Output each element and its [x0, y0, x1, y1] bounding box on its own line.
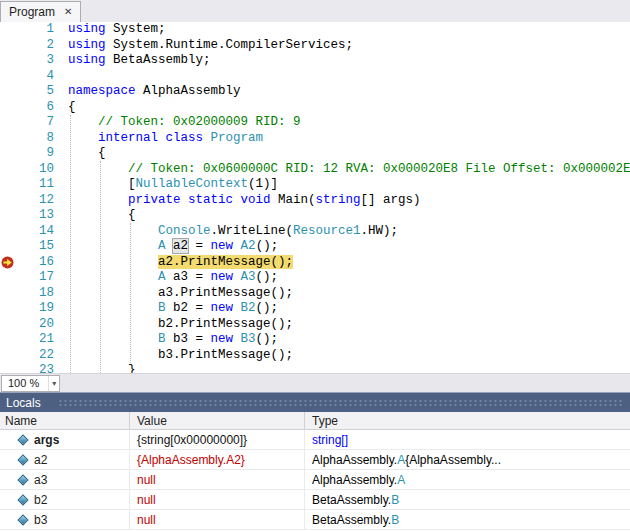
- breakpoint-margin[interactable]: [0, 286, 18, 302]
- code-line: 11 [NullableContext(1)]: [0, 177, 630, 193]
- breakpoint-margin[interactable]: [0, 69, 18, 85]
- code-text[interactable]: {: [54, 146, 106, 162]
- line-number: 14: [18, 224, 54, 240]
- code-line: 23 }: [0, 363, 630, 373]
- variable-value: {AlphaAssembly.A2}: [130, 450, 305, 469]
- code-text[interactable]: b2.PrintMessage();: [54, 317, 293, 333]
- breakpoint-margin[interactable]: [0, 22, 18, 38]
- breakpoint-margin[interactable]: [0, 270, 18, 286]
- breakpoint-margin[interactable]: [0, 100, 18, 116]
- locals-panel: Locals Name Value Type args{string[0x000…: [0, 392, 630, 531]
- breakpoint-margin[interactable]: [0, 162, 18, 178]
- code-text[interactable]: B b3 = new B3();: [54, 332, 278, 348]
- code-text[interactable]: b3.PrintMessage();: [54, 348, 293, 364]
- chevron-down-icon[interactable]: ▾: [48, 376, 59, 391]
- line-number: 9: [18, 146, 54, 162]
- code-line: 19 B b2 = new B2();: [0, 301, 630, 317]
- document-tab-program[interactable]: Program ✕: [0, 1, 81, 22]
- line-number: 4: [18, 69, 54, 85]
- code-line: 12 private static void Main(string[] arg…: [0, 193, 630, 209]
- locals-title: Locals: [6, 396, 41, 410]
- code-text[interactable]: using System.Runtime.CompilerServices;: [54, 38, 353, 54]
- variable-type: string[]: [305, 430, 630, 449]
- variable-type: AlphaAssembly.A {AlphaAssembly...: [305, 450, 630, 469]
- column-header-name[interactable]: Name: [0, 412, 130, 429]
- code-text[interactable]: a2.PrintMessage();: [54, 255, 293, 271]
- code-text[interactable]: [NullableContext(1)]: [54, 177, 278, 193]
- line-number: 3: [18, 53, 54, 69]
- breakpoint-margin[interactable]: [0, 317, 18, 333]
- line-number: 21: [18, 332, 54, 348]
- locals-row[interactable]: b3nullBetaAssembly.B: [0, 510, 630, 530]
- locals-row[interactable]: a3nullAlphaAssembly.A: [0, 470, 630, 490]
- line-number: 15: [18, 239, 54, 255]
- code-text[interactable]: using System;: [54, 22, 166, 38]
- code-text[interactable]: {: [54, 100, 76, 116]
- code-line: 20 b2.PrintMessage();: [0, 317, 630, 333]
- code-text[interactable]: internal class Program: [54, 131, 263, 147]
- line-number: 23: [18, 363, 54, 373]
- column-header-type[interactable]: Type: [305, 412, 630, 429]
- code-text[interactable]: A a2 = new A2();: [54, 239, 278, 255]
- locals-title-bar[interactable]: Locals: [0, 393, 630, 412]
- code-text[interactable]: B b2 = new B2();: [54, 301, 278, 317]
- breakpoint-margin[interactable]: [0, 224, 18, 240]
- code-line: 15 A a2 = new A2();: [0, 239, 630, 255]
- variable-name: a2: [34, 453, 47, 467]
- variable-name-cell: b3: [0, 510, 130, 529]
- code-text[interactable]: // Token: 0x02000009 RID: 9: [54, 115, 301, 131]
- breakpoint-margin[interactable]: [0, 53, 18, 69]
- code-text[interactable]: Console.WriteLine(Resource1.HW);: [54, 224, 398, 240]
- locals-row[interactable]: b2nullBetaAssembly.B: [0, 490, 630, 510]
- breakpoint-margin[interactable]: [0, 115, 18, 131]
- tab-close-icon[interactable]: ✕: [64, 7, 72, 17]
- variable-name: args: [34, 433, 59, 447]
- breakpoint-margin[interactable]: [0, 131, 18, 147]
- breakpoint-margin[interactable]: [0, 193, 18, 209]
- zoom-value: 100 %: [2, 376, 48, 391]
- code-line: 13 {: [0, 208, 630, 224]
- code-text[interactable]: A a3 = new A3();: [54, 270, 278, 286]
- line-number: 2: [18, 38, 54, 54]
- locals-row[interactable]: a2{AlphaAssembly.A2}AlphaAssembly.A {Alp…: [0, 450, 630, 470]
- code-line: 3using BetaAssembly;: [0, 53, 630, 69]
- variable-name: a3: [34, 473, 47, 487]
- breakpoint-margin[interactable]: [0, 208, 18, 224]
- variable-name: b3: [34, 513, 47, 527]
- breakpoint-margin[interactable]: [0, 239, 18, 255]
- breakpoint-margin[interactable]: [0, 332, 18, 348]
- locals-column-headers: Name Value Type: [0, 412, 630, 430]
- variable-type: AlphaAssembly.A: [305, 470, 630, 489]
- variable-icon: [17, 494, 28, 505]
- code-line: 14 Console.WriteLine(Resource1.HW);: [0, 224, 630, 240]
- breakpoint-margin[interactable]: [0, 84, 18, 100]
- current-statement-icon: [1, 256, 14, 269]
- breakpoint-margin[interactable]: [0, 38, 18, 54]
- column-header-value[interactable]: Value: [130, 412, 305, 429]
- locals-row[interactable]: args{string[0x00000000]}string[]: [0, 430, 630, 450]
- current-statement-margin[interactable]: [0, 255, 18, 271]
- code-text[interactable]: private static void Main(string[] args): [54, 193, 421, 209]
- breakpoint-margin[interactable]: [0, 177, 18, 193]
- zoom-level-control[interactable]: 100 % ▾: [1, 375, 60, 392]
- variable-name-cell: b2: [0, 490, 130, 509]
- code-text[interactable]: }: [54, 363, 136, 373]
- breakpoint-margin[interactable]: [0, 348, 18, 364]
- code-text[interactable]: // Token: 0x0600000C RID: 12 RVA: 0x0000…: [54, 162, 630, 178]
- code-editor: 1using System;2using System.Runtime.Comp…: [0, 22, 630, 373]
- breakpoint-margin[interactable]: [0, 363, 18, 373]
- code-line: 4: [0, 69, 630, 85]
- line-number: 8: [18, 131, 54, 147]
- code-lines: 1using System;2using System.Runtime.Comp…: [0, 22, 630, 373]
- code-text[interactable]: [54, 69, 68, 85]
- code-text[interactable]: {: [54, 208, 136, 224]
- line-number: 18: [18, 286, 54, 302]
- code-text[interactable]: a3.PrintMessage();: [54, 286, 293, 302]
- breakpoint-margin[interactable]: [0, 301, 18, 317]
- code-line: 16 a2.PrintMessage();: [0, 255, 630, 271]
- line-number: 5: [18, 84, 54, 100]
- code-text[interactable]: namespace AlphaAssembly: [54, 84, 241, 100]
- code-line: 2using System.Runtime.CompilerServices;: [0, 38, 630, 54]
- code-text[interactable]: using BetaAssembly;: [54, 53, 211, 69]
- breakpoint-margin[interactable]: [0, 146, 18, 162]
